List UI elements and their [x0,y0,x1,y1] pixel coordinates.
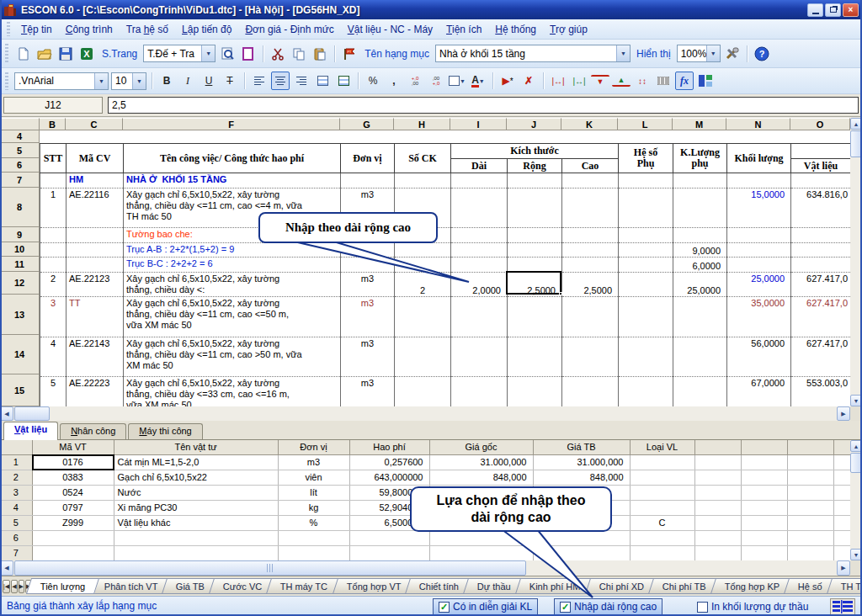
excel-icon[interactable]: X [77,45,96,63]
cell-cao[interactable]: 2,5000 [562,273,619,297]
column-header[interactable]: J [507,118,561,130]
italic-icon[interactable]: I [178,72,197,90]
first-sheet-icon[interactable]: |◀ [3,580,10,593]
cell-vat-lieu[interactable]: 627.417,0 [791,273,850,297]
cell-vat-lieu[interactable]: 634.816,0 [791,189,850,228]
row-height-up-icon[interactable]: ▲ [612,75,631,87]
tde-tra-combo[interactable]: T.Đế + Tra▼ [143,45,216,62]
restore-button[interactable] [825,3,841,17]
copy-icon[interactable] [290,45,308,63]
column-header[interactable]: I [450,118,507,130]
row-header[interactable]: 14 [0,335,40,374]
header-loai-vl[interactable]: Loại VL [630,440,694,454]
row-header[interactable]: 6 [0,158,40,173]
row-header[interactable]: 7 [0,173,40,188]
hang-muc-combo[interactable]: Nhà ở khối 15 tầng▼ [435,45,631,62]
cell-stt[interactable]: 1 [40,189,67,228]
cell-ma-vt[interactable]: 0176 [32,454,114,470]
header-khoi-luong[interactable]: Khối lượng [727,144,791,173]
cell-don-vi[interactable]: m3 [341,273,395,297]
align-center-icon[interactable] [271,72,290,90]
menu-lap-tien-do[interactable]: Lập tiến độ [176,21,237,38]
checkbox-icon[interactable] [697,602,708,613]
delete-row-icon[interactable]: ✗ [519,72,538,90]
align-left-icon[interactable] [250,72,269,90]
checkbox-icon[interactable]: ✓ [439,602,450,613]
formula-fx-icon[interactable]: fx [675,72,694,90]
print-preview-icon[interactable] [218,45,237,63]
header-dai[interactable]: Dài [451,159,508,173]
header-vat-lieu[interactable]: Vật liệu [791,159,850,173]
tab-vat-lieu[interactable]: Vật liệu [3,422,58,440]
cell-ten-cong-viec[interactable]: Xây gạch chỉ 6,5x10,5x22, xây tường thẳn… [124,297,341,337]
borders-icon[interactable]: ▼ [448,72,466,90]
checkbox-in-khoi-luong-du-thau[interactable]: In khối lượng dự thầu [692,598,813,615]
cell-don-vi[interactable]: m3 [341,377,395,407]
select-all-corner[interactable] [0,118,40,130]
cell-ma-cv[interactable]: TT [67,297,124,337]
cell-ma-cv[interactable]: AE.22116 [67,189,124,228]
comma-icon[interactable]: , [385,72,403,90]
cell-ma-cv[interactable]: AE.22143 [67,337,124,377]
new-icon[interactable] [14,45,33,63]
cut-icon[interactable] [269,45,287,63]
cell-k-luong-phu[interactable]: 25,0000 [673,273,727,297]
row-header[interactable]: 4 [0,130,40,143]
header-empty[interactable] [791,144,850,159]
fit-column-auto-icon[interactable]: |↔| [570,72,588,90]
menu-he-thong[interactable]: Hệ thống [489,21,542,38]
column-header[interactable]: M [673,118,726,130]
main-horizontal-scrollbar[interactable]: ◀ ▶ [0,406,850,421]
row-header[interactable]: 5 [0,143,40,158]
fit-column-icon[interactable]: |↔| [549,72,567,90]
cell-don-vi[interactable]: m3 [341,337,395,377]
cell-khoi-luong[interactable]: 67,0000 [727,377,791,407]
cell-vat-lieu[interactable]: 553.003,0 [791,377,850,407]
sheet-tab-chi-phi-xd[interactable]: Chi phí XD [585,578,658,594]
vietnamese-input-icon[interactable] [830,598,855,615]
cell-hang-muc-title[interactable]: NHÀ Ở KHỐI 15 TẦNG [124,173,341,189]
cell-ma-cv[interactable]: HM [67,173,124,189]
bold-icon[interactable]: B [157,72,176,90]
cell-k-luong-phu[interactable]: 9,0000 [673,243,727,258]
column-header[interactable]: N [726,118,790,130]
next-sheet-icon[interactable]: ▶ [19,580,24,593]
sheet-tab-tien-luong[interactable]: Tiên lượng [26,578,99,594]
cell-ten-cong-viec[interactable]: Xây gạch chỉ 6,5x10,5x22, xây tường thẳn… [124,377,341,407]
open-icon[interactable] [35,45,54,63]
menu-don-gia-dinh-muc[interactable]: Đơn giá - Định mức [239,21,339,38]
sheet-tab-tong-hop-vt[interactable]: Tổng hợp VT [332,578,415,594]
column-header[interactable]: O [790,118,850,130]
cell-stt[interactable]: 4 [40,337,67,377]
menu-tien-ich[interactable]: Tiện ích [440,21,487,38]
header-hao-phi[interactable]: Hao phí [349,440,429,454]
header-ma-vt[interactable]: Mã VT [32,440,114,454]
hang-muc-flag-icon[interactable]: PT [340,45,359,63]
merge-cells-icon[interactable] [313,72,332,90]
font-size-combo[interactable]: 10▼ [111,72,146,90]
sheet-tab-chi-phi-tb[interactable]: Chi phí TB [648,578,721,594]
header-cao[interactable]: Cao [562,159,619,173]
header-k-luong-phu[interactable]: K.Lượngphụ [673,144,727,173]
menu-tro-giup[interactable]: Trợ giúp [544,21,593,38]
strikethrough-icon[interactable]: T [221,72,239,90]
column-header[interactable]: F [123,118,340,130]
cell-don-vi[interactable]: m3 [341,297,395,337]
tab-nhan-cong[interactable]: Nhân công [60,423,126,439]
percent-icon[interactable]: % [364,72,382,90]
insert-row-icon[interactable]: ▶* [498,72,517,90]
cell-stt[interactable]: 2 [40,273,67,297]
header-ma-cv[interactable]: Mã CV [67,144,124,173]
panels-icon[interactable] [696,72,715,90]
menu-cong-trinh[interactable]: Công trình [60,21,119,38]
header-gia-tb[interactable]: Giá TB [533,440,630,454]
column-header[interactable]: K [561,118,618,130]
paste-icon[interactable] [311,45,329,63]
header-don-vi[interactable]: Đơn vị [278,440,349,454]
checkbox-nhap-dai-rong-cao[interactable]: ✓ Nhập dài rộng cao [554,598,662,615]
main-vertical-scrollbar[interactable]: ▲ ▼ [850,118,862,406]
checkbox-icon[interactable]: ✓ [560,602,571,613]
merge-center-icon[interactable] [334,72,353,90]
header-kich-thuoc[interactable]: Kích thước [451,144,619,159]
cell-vat-lieu[interactable]: 627.417,0 [791,337,850,377]
